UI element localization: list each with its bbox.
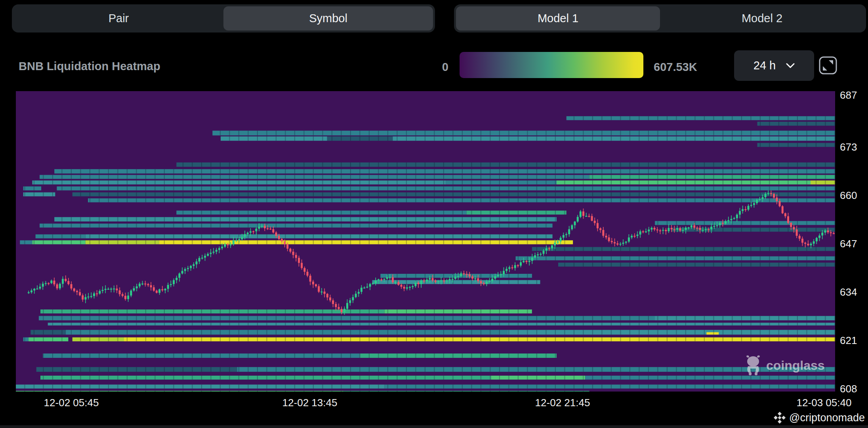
page-title: BNB Liquidation Heatmap: [19, 60, 160, 73]
chevron-down-icon: [786, 63, 795, 69]
liquidation-heatmap-chart[interactable]: [16, 91, 835, 392]
y-axis-label: 608: [840, 383, 857, 395]
colorbar-gradient: [460, 52, 643, 78]
fullscreen-button[interactable]: [818, 56, 837, 75]
x-axis-label: 12-02 13:45: [282, 397, 338, 409]
colorbar-max-label: 607.53K: [654, 61, 697, 74]
y-axis-label: 621: [840, 334, 857, 347]
y-axis-label: 687: [840, 89, 857, 101]
pair-button[interactable]: Pair: [14, 6, 223, 31]
timeframe-value: 24 h: [754, 59, 776, 72]
y-axis-label: 634: [840, 286, 857, 298]
x-axis-label: 12-02 21:45: [535, 397, 590, 409]
y-axis-label: 660: [840, 189, 857, 202]
y-axis-label: 647: [840, 238, 857, 250]
credit-text: @criptonomade: [789, 412, 865, 424]
model2-button[interactable]: Model 2: [660, 6, 864, 31]
colorbar-min-label: 0: [421, 61, 448, 74]
credit-badge: @criptonomade: [773, 411, 865, 424]
x-axis-label: 12-02 05:45: [44, 397, 99, 409]
model1-button[interactable]: Model 1: [456, 6, 660, 31]
timeframe-dropdown[interactable]: 24 h: [734, 50, 814, 81]
x-axis-label: 12-03 05:40: [797, 397, 852, 409]
bottom-edge-strip: [0, 425, 868, 428]
y-axis-label: 673: [840, 141, 857, 153]
pair-symbol-toggle: Pair Symbol: [12, 4, 435, 32]
model-toggle: Model 1 Model 2: [454, 4, 866, 32]
heatmap-candles-canvas: [16, 91, 835, 392]
fullscreen-icon: [818, 56, 837, 75]
binance-diamond-icon: [773, 411, 786, 424]
symbol-button[interactable]: Symbol: [223, 6, 433, 31]
